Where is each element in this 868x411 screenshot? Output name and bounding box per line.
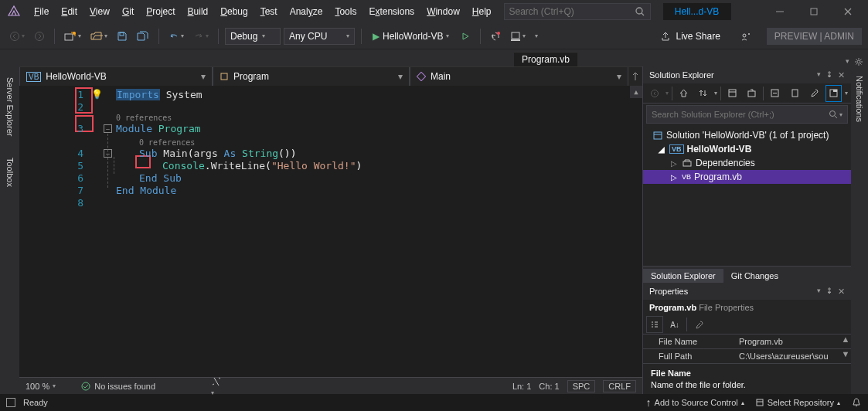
- property-row[interactable]: File Name Program.vb ▲: [643, 334, 851, 348]
- live-share-button[interactable]: Live Share: [654, 29, 726, 43]
- tab-program[interactable]: Program.vb: [514, 52, 577, 66]
- close-button[interactable]: [834, 2, 862, 21]
- sort-button[interactable]: A↓: [666, 316, 683, 333]
- chevron-down-icon: ▾: [262, 32, 265, 39]
- split-editor[interactable]: [628, 67, 642, 86]
- search-input[interactable]: [509, 6, 635, 17]
- project-node[interactable]: ◢ VB HelloWorld-VB: [643, 142, 851, 156]
- menu-build[interactable]: Build: [182, 3, 215, 20]
- select-repo-button[interactable]: Select Repository ▴: [755, 398, 840, 407]
- solution-node[interactable]: Solution 'HelloWorld-VB' (1 of 1 project…: [643, 128, 851, 142]
- hot-reload[interactable]: [487, 29, 504, 43]
- menu-edit[interactable]: Edit: [55, 3, 83, 20]
- scroll-up[interactable]: ▲: [630, 86, 642, 98]
- collapse-all[interactable]: [767, 85, 783, 102]
- menu-extensions[interactable]: Extensions: [363, 3, 420, 20]
- project-dropdown[interactable]: VB HelloWorld-VB ▾: [19, 67, 213, 86]
- line-ending[interactable]: CRLF: [603, 380, 636, 392]
- fold-toggle[interactable]: −: [104, 124, 112, 133]
- caret-line[interactable]: Ln: 1: [512, 382, 531, 391]
- categorize-button[interactable]: [646, 316, 663, 333]
- save[interactable]: [114, 29, 131, 43]
- menu-window[interactable]: Window: [420, 3, 466, 20]
- toolbar-overflow[interactable]: ▾: [532, 31, 541, 41]
- close-icon[interactable]: ✕: [838, 70, 845, 80]
- property-pages[interactable]: [690, 316, 707, 333]
- sync-button[interactable]: [744, 85, 760, 102]
- solution-search[interactable]: ▾: [646, 105, 848, 124]
- gear-icon[interactable]: [854, 57, 863, 66]
- expand-icon[interactable]: ◢: [657, 145, 666, 154]
- browser-link[interactable]: ▾: [507, 29, 529, 43]
- menu-tools[interactable]: Tools: [328, 3, 363, 20]
- line-number: 5: [77, 160, 83, 172]
- menu-help[interactable]: Help: [466, 3, 498, 20]
- undo[interactable]: ▾: [165, 29, 187, 43]
- dropdown-icon[interactable]: ▾: [817, 287, 821, 297]
- tab-git-changes[interactable]: Git Changes: [723, 269, 786, 283]
- properties-button[interactable]: [806, 85, 822, 102]
- redo[interactable]: ▾: [190, 29, 212, 43]
- error-status[interactable]: No issues found: [80, 381, 155, 392]
- menu-debug[interactable]: Debug: [214, 3, 254, 20]
- class-dropdown[interactable]: Program ▾: [213, 67, 410, 86]
- tab-solution-explorer[interactable]: Solution Explorer: [643, 269, 723, 283]
- zoom-level[interactable]: 100 %▾: [26, 382, 56, 391]
- task-status-icon[interactable]: [6, 398, 15, 407]
- health-indicator[interactable]: ▾: [211, 376, 222, 396]
- nav-back[interactable]: ▾: [6, 29, 28, 43]
- show-all-files[interactable]: [787, 85, 803, 102]
- codelens[interactable]: 0 references: [116, 114, 172, 122]
- file-node-program[interactable]: ▷ VB Program.vb: [643, 170, 851, 184]
- save-all[interactable]: [134, 29, 152, 43]
- property-value[interactable]: Program.vb: [736, 335, 840, 348]
- menu-file[interactable]: File: [28, 3, 55, 20]
- new-project[interactable]: ▾: [61, 29, 84, 43]
- notifications-tab[interactable]: Notifications: [853, 73, 866, 125]
- back-button[interactable]: [646, 85, 662, 102]
- codelens[interactable]: 0 references: [139, 138, 195, 147]
- property-row[interactable]: Full Path C:\Users\azureuser\sou ▼: [643, 348, 851, 363]
- home-button[interactable]: [676, 85, 692, 102]
- minimize-button[interactable]: [766, 2, 794, 21]
- indent-mode[interactable]: SPC: [567, 380, 596, 392]
- switch-views[interactable]: [695, 85, 711, 102]
- feedback-button[interactable]: [737, 29, 754, 43]
- dependencies-node[interactable]: ▷ Dependencies: [643, 156, 851, 170]
- close-icon[interactable]: ✕: [838, 287, 845, 297]
- menu-project[interactable]: Project: [140, 3, 181, 20]
- start-debug-button[interactable]: ▶ HelloWorld-VB ▾: [368, 29, 454, 43]
- editor-body[interactable]: 1 2 3 4 5 6 7 8 💡 ▲ − − Imports System: [19, 86, 642, 377]
- config-dropdown[interactable]: Debug ▾: [225, 28, 281, 45]
- nav-forward[interactable]: [31, 29, 48, 43]
- menu-test[interactable]: Test: [254, 3, 284, 20]
- start-nodebug[interactable]: [457, 29, 474, 43]
- tab-dropdown[interactable]: ▾: [846, 57, 849, 66]
- scroll-up-icon[interactable]: ▲: [840, 335, 851, 348]
- code-area[interactable]: ▲ − − Imports System 0 references Module…: [93, 86, 642, 377]
- method-dropdown[interactable]: Main ▾: [410, 67, 628, 86]
- source-control-button[interactable]: ↑ Add to Source Control ▴: [646, 396, 744, 409]
- dropdown-icon[interactable]: ▾: [817, 70, 821, 80]
- menu-git[interactable]: Git: [116, 3, 140, 20]
- pin-icon[interactable]: [825, 287, 833, 294]
- bell-icon[interactable]: [851, 397, 862, 408]
- open-file[interactable]: ▾: [87, 29, 111, 43]
- menu-analyze[interactable]: Analyze: [284, 3, 329, 20]
- pending-changes[interactable]: [724, 85, 740, 102]
- menu-view[interactable]: View: [83, 3, 116, 20]
- preview-selected[interactable]: [825, 85, 842, 102]
- quick-search[interactable]: [504, 3, 651, 20]
- expand-icon[interactable]: ▷: [669, 159, 679, 168]
- pin-icon[interactable]: [825, 70, 833, 78]
- expand-icon[interactable]: ▷: [669, 173, 679, 182]
- property-value[interactable]: C:\Users\azureuser\sou: [736, 349, 840, 363]
- run-target: HelloWorld-VB: [383, 31, 443, 42]
- server-explorer-tab[interactable]: Server Explorer: [4, 74, 16, 139]
- solution-search-input[interactable]: [652, 110, 829, 119]
- caret-col[interactable]: Ch: 1: [539, 382, 559, 391]
- platform-dropdown[interactable]: Any CPU ▾: [284, 28, 355, 45]
- scroll-down-icon[interactable]: ▼: [840, 349, 851, 363]
- maximize-button[interactable]: [800, 2, 828, 21]
- toolbox-tab[interactable]: Toolbox: [4, 155, 16, 190]
